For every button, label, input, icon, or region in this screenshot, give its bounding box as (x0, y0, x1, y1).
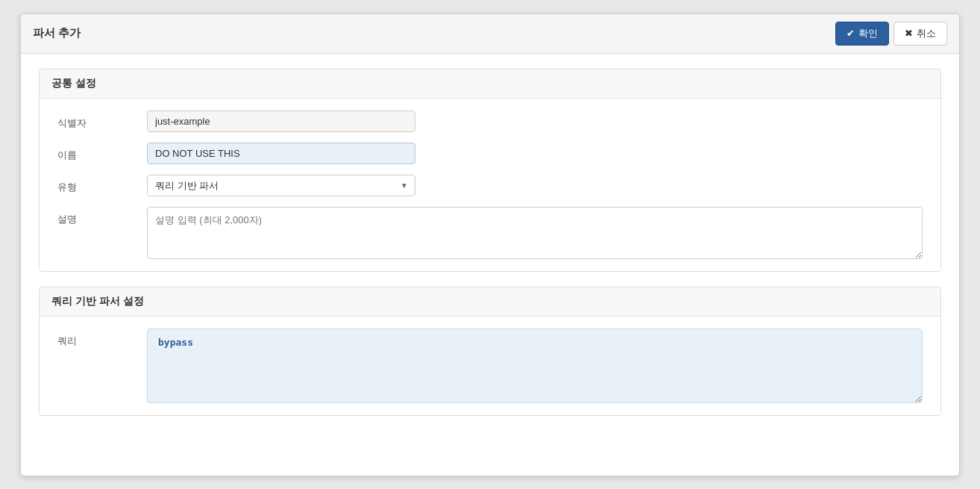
confirm-label: 확인 (858, 27, 878, 40)
query-textarea[interactable]: bypass (147, 328, 923, 403)
description-textarea[interactable] (147, 207, 923, 259)
modal-title: 파서 추가 (33, 26, 81, 40)
common-settings-title: 공통 설정 (51, 77, 96, 89)
type-select[interactable]: 쿼리 기반 파서 (147, 175, 415, 196)
query-row: 쿼리 bypass (57, 328, 923, 403)
common-settings-body: 식별자 이름 유형 쿼리 기반 파서 (40, 99, 940, 271)
identifier-label: 식별자 (57, 110, 147, 130)
modal-header: 파서 추가 ✔ 확인 ✖ 취소 (21, 14, 959, 54)
query-settings-body: 쿼리 bypass (40, 317, 940, 415)
cancel-label: 취소 (917, 27, 936, 40)
query-settings-header: 쿼리 기반 파서 설정 (40, 287, 940, 317)
modal-body: 공통 설정 식별자 이름 유형 쿼리 기반 (21, 54, 959, 431)
name-label: 이름 (57, 143, 147, 162)
identifier-row: 식별자 (57, 110, 923, 132)
modal-container: 파서 추가 ✔ 확인 ✖ 취소 공통 설정 식별자 (20, 13, 960, 476)
query-settings-title: 쿼리 기반 파서 설정 (51, 295, 144, 307)
cancel-x-icon: ✖ (905, 28, 913, 39)
header-buttons: ✔ 확인 ✖ 취소 (835, 22, 947, 46)
name-input[interactable] (147, 143, 415, 164)
type-label: 유형 (57, 175, 147, 194)
description-row: 설명 (57, 207, 923, 259)
name-row: 이름 (57, 143, 923, 164)
confirm-button[interactable]: ✔ 확인 (835, 22, 889, 46)
identifier-input[interactable] (147, 110, 415, 132)
common-settings-section: 공통 설정 식별자 이름 유형 쿼리 기반 (39, 69, 941, 272)
description-label: 설명 (57, 207, 147, 226)
confirm-check-icon: ✔ (846, 28, 855, 39)
common-settings-header: 공통 설정 (40, 69, 940, 99)
type-select-wrapper: 쿼리 기반 파서 (147, 175, 415, 196)
cancel-button[interactable]: ✖ 취소 (893, 22, 947, 46)
query-label: 쿼리 (57, 328, 147, 348)
query-settings-section: 쿼리 기반 파서 설정 쿼리 bypass (39, 287, 941, 416)
type-row: 유형 쿼리 기반 파서 (57, 175, 923, 196)
